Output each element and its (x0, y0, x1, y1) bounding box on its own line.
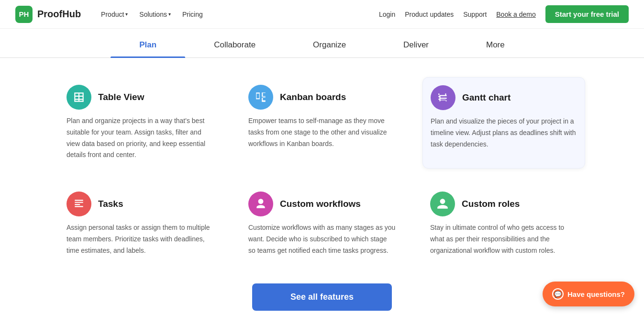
nav-left: Product ▾ Solutions ▾ Pricing (96, 8, 208, 21)
tab-collaborate[interactable]: Collaborate (185, 33, 284, 57)
nav-book-demo-link[interactable]: Book a demo (496, 11, 536, 18)
feature-card-tasks: Tasks Assign personal tasks or assign th… (59, 184, 222, 264)
feature-card-gantt: Gantt chart Plan and visualize the piece… (422, 77, 585, 169)
tasks-icon (67, 192, 91, 216)
feature-desc-gantt: Plan and visualize the pieces of your pr… (431, 116, 577, 150)
see-all-features-button[interactable]: See all features (252, 283, 392, 311)
feature-desc-custom-roles: Stay in ultimate control of who gets acc… (430, 222, 577, 256)
feature-title-custom-workflows: Custom workflows (280, 199, 361, 209)
start-trial-button[interactable]: Start your free trial (545, 5, 629, 23)
tab-more[interactable]: More (457, 33, 533, 57)
custom-roles-icon (430, 192, 455, 216)
nav-pricing[interactable]: Pricing (178, 8, 208, 21)
chat-button[interactable]: 💬 Have questions? (543, 282, 634, 306)
feature-icon-row: Gantt chart (431, 85, 577, 110)
chevron-down-icon: ▾ (168, 11, 171, 17)
cta-row: See all features (38, 283, 606, 311)
chevron-down-icon: ▾ (125, 11, 128, 17)
main-content: Table View Plan and organize projects in… (0, 58, 644, 316)
custom-workflows-icon (248, 192, 273, 216)
nav-support-link[interactable]: Support (463, 11, 487, 18)
feature-card-table-view: Table View Plan and organize projects in… (59, 77, 222, 169)
logo-name: ProofHub (37, 9, 81, 20)
feature-desc-table-view: Plan and organize projects in a way that… (67, 115, 214, 161)
feature-desc-custom-workflows: Customize workflows with as many stages … (248, 222, 396, 256)
feature-icon-row: Table View (67, 85, 214, 110)
feature-grid: Table View Plan and organize projects in… (59, 77, 585, 264)
feature-title-table-view: Table View (98, 92, 144, 102)
tab-deliver[interactable]: Deliver (375, 33, 457, 57)
chat-bubble-icon: 💬 (552, 288, 564, 300)
table-view-icon (67, 85, 91, 110)
feature-title-tasks: Tasks (98, 199, 123, 209)
feature-desc-tasks: Assign personal tasks or assign them to … (67, 222, 214, 256)
tabs-bar: Plan Collaborate Organize Deliver More (0, 29, 644, 58)
feature-icon-row: Tasks (67, 192, 214, 216)
feature-icon-row: Custom roles (430, 192, 577, 216)
tab-organize[interactable]: Organize (284, 33, 375, 57)
nav-product-updates-link[interactable]: Product updates (405, 11, 454, 18)
feature-card-kanban: Kanban boards Empower teams to self-mana… (241, 77, 403, 169)
feature-card-custom-workflows: Custom workflows Customize workflows wit… (241, 184, 403, 264)
nav-login-link[interactable]: Login (379, 11, 395, 18)
feature-icon-row: Kanban boards (248, 85, 396, 110)
logo-icon: PH (15, 6, 33, 23)
feature-title-custom-roles: Custom roles (462, 199, 520, 209)
feature-card-custom-roles: Custom roles Stay in ultimate control of… (422, 184, 585, 264)
nav-right: Login Product updates Support Book a dem… (379, 5, 629, 23)
gantt-icon (431, 85, 455, 110)
feature-title-gantt: Gantt chart (462, 92, 511, 103)
nav-solutions[interactable]: Solutions ▾ (134, 8, 176, 21)
chat-label: Have questions? (567, 290, 625, 298)
feature-icon-row: Custom workflows (248, 192, 396, 216)
feature-desc-kanban: Empower teams to self-manage as they mov… (248, 115, 396, 149)
tab-plan[interactable]: Plan (111, 33, 185, 57)
nav-product[interactable]: Product ▾ (96, 8, 133, 21)
logo-area: PH ProofHub (15, 6, 81, 23)
kanban-icon (248, 85, 273, 110)
feature-title-kanban: Kanban boards (280, 92, 346, 102)
header: PH ProofHub Product ▾ Solutions ▾ Pricin… (0, 0, 644, 29)
